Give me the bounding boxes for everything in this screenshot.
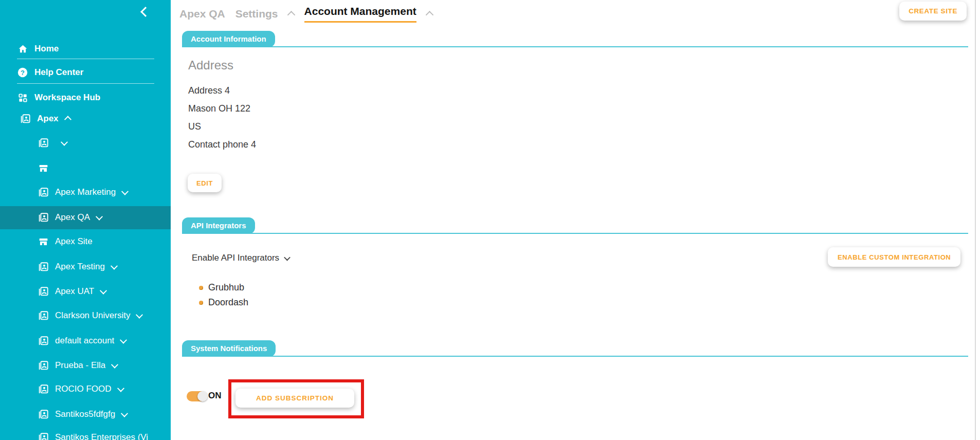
sidebar-item-apex-marketing[interactable]: Apex Marketing: [38, 184, 128, 200]
chevron-down-icon: [117, 385, 124, 392]
sidebar-item-label: Santikos Enterprises (Vi: [55, 432, 148, 440]
sidebar-item-workspace-hub[interactable]: Workspace Hub: [17, 89, 100, 106]
sidebar: Home ? Help Center Workspace Hub: [0, 0, 171, 440]
integration-name: Doordash: [208, 297, 248, 308]
tab-account-management[interactable]: Account Management: [304, 5, 416, 23]
account-card-icon: [38, 261, 49, 272]
chevron-left-icon: [140, 7, 151, 17]
sidebar-item-apex-site[interactable]: Apex Site: [38, 233, 93, 250]
sidebar-item-label: Apex Marketing: [55, 187, 116, 197]
sidebar-item-label: Home: [34, 44, 59, 54]
address-line-1: Address 4: [188, 85, 230, 96]
sidebar-item-apex[interactable]: Apex: [20, 111, 70, 127]
section-divider: [182, 233, 968, 234]
workspace-grid-icon: [17, 92, 28, 103]
account-card-icon: [20, 113, 31, 124]
store-icon: [38, 162, 49, 174]
scrollbar-track[interactable]: [975, 0, 976, 440]
account-card-icon: [38, 212, 49, 223]
sidebar-item-label: Workspace Hub: [34, 93, 100, 103]
main-content: Apex QA Settings Account Management Acco…: [171, 0, 975, 440]
toggle-state-label: ON: [208, 391, 222, 401]
notifications-toggle[interactable]: [187, 391, 207, 401]
chevron-down-icon: [120, 337, 127, 344]
account-card-icon: [38, 432, 49, 440]
sidebar-item-default-account[interactable]: default account: [38, 333, 126, 349]
address-heading: Address: [188, 58, 233, 72]
breadcrumb: Apex QA Settings Account Management: [179, 5, 432, 23]
edit-button[interactable]: EDIT: [188, 174, 222, 192]
sidebar-item-santikos5fdfgfg[interactable]: Santikos5fdfgfg: [38, 406, 127, 423]
sidebar-item-label: default account: [55, 336, 114, 346]
home-icon: [17, 43, 28, 54]
integration-list-item: Grubhub: [199, 282, 244, 293]
create-site-button[interactable]: CREATE SITE: [899, 2, 967, 21]
section-tab-system-notifications: System Notifications: [182, 340, 276, 357]
bullet-icon: [199, 286, 203, 290]
chevron-down-icon: [284, 254, 291, 261]
sidebar-divider: [17, 59, 154, 59]
address-line-3: US: [188, 121, 201, 132]
enable-api-integrators-label: Enable API Integrators: [192, 253, 279, 263]
section-tab-account-information: Account Information: [182, 31, 275, 47]
sidebar-item-home[interactable]: Home: [17, 41, 59, 57]
chevron-down-icon: [96, 213, 103, 221]
sidebar-item-site-blank[interactable]: [38, 160, 49, 176]
sidebar-item-label: Apex Site: [55, 236, 93, 247]
sidebar-item-label: Apex QA: [55, 212, 90, 223]
sidebar-collapse-button[interactable]: [142, 8, 152, 19]
chevron-down-icon: [111, 263, 118, 270]
enable-api-integrators-dropdown[interactable]: Enable API Integrators: [192, 253, 289, 263]
sidebar-item-label: ROCIO FOOD: [55, 384, 112, 394]
sidebar-item-help-center[interactable]: ? Help Center: [17, 64, 83, 81]
sidebar-item-rocio-food[interactable]: ROCIO FOOD: [38, 381, 123, 397]
sidebar-item-clarkson-university[interactable]: Clarkson University: [38, 307, 142, 324]
sidebar-divider: [17, 83, 154, 84]
chevron-down-icon: [121, 188, 129, 195]
account-card-icon: [38, 360, 49, 371]
chevron-down-icon: [121, 410, 128, 417]
chevron-down-icon: [111, 361, 118, 369]
chevron-down-icon: [136, 311, 143, 319]
integration-list-item: Doordash: [199, 297, 248, 308]
sidebar-item-santikos-enterprises[interactable]: Santikos Enterprises (Vi: [38, 429, 148, 440]
sidebar-item-label: Apex UAT: [55, 286, 94, 297]
account-card-icon: [38, 286, 49, 297]
account-card-icon: [38, 310, 49, 321]
add-subscription-button[interactable]: ADD SUBSCRIPTION: [235, 389, 354, 408]
integration-name: Grubhub: [208, 282, 244, 293]
chevron-down-icon: [100, 287, 107, 295]
sidebar-item-account-blank[interactable]: [38, 135, 67, 151]
bullet-icon: [199, 301, 203, 305]
toggle-knob: [197, 391, 208, 401]
chevron-up-icon[interactable]: [425, 11, 433, 19]
sidebar-item-label: Apex Testing: [55, 262, 105, 272]
account-card-icon: [38, 335, 49, 346]
account-card-icon: [38, 383, 49, 395]
sidebar-item-prueba-ella[interactable]: Prueba - Ella: [38, 357, 117, 374]
svg-text:?: ?: [21, 69, 25, 77]
sidebar-item-label: Prueba - Ella: [55, 360, 105, 371]
section-tab-api-integrators: API Integrators: [182, 217, 255, 234]
account-card-icon: [38, 187, 49, 198]
help-icon: ?: [17, 67, 28, 78]
account-card-icon: [38, 409, 49, 420]
chevron-down-icon: [61, 139, 68, 146]
account-card-icon: [38, 137, 49, 149]
chevron-up-icon[interactable]: [287, 11, 295, 19]
sidebar-item-apex-qa[interactable]: Apex QA: [38, 209, 102, 226]
breadcrumb-account-name[interactable]: Apex QA: [179, 8, 225, 20]
app-window: Home ? Help Center Workspace Hub: [0, 0, 980, 440]
address-line-4: Contact phone 4: [188, 139, 256, 150]
sidebar-item-label: Help Center: [34, 67, 83, 78]
breadcrumb-settings[interactable]: Settings: [235, 8, 278, 20]
sidebar-item-label: Clarkson University: [55, 310, 130, 321]
section-divider: [182, 46, 968, 47]
sidebar-item-apex-uat[interactable]: Apex UAT: [38, 283, 106, 300]
address-line-2: Mason OH 122: [188, 103, 250, 114]
sidebar-item-label: Apex: [37, 114, 59, 124]
store-icon: [38, 236, 49, 247]
enable-custom-integration-button[interactable]: ENABLE CUSTOM INTEGRATION: [828, 247, 960, 267]
sidebar-item-apex-testing[interactable]: Apex Testing: [38, 259, 117, 275]
section-divider: [182, 356, 968, 357]
